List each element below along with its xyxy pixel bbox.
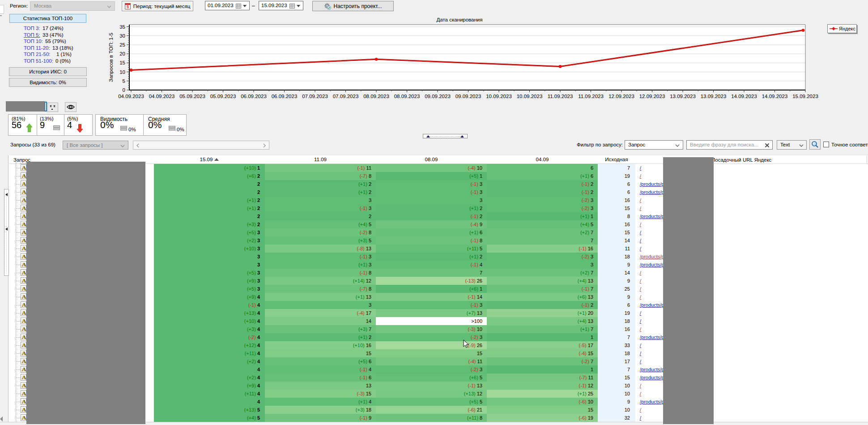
svg-text:A: A xyxy=(21,293,26,300)
svg-text:A: A xyxy=(21,414,26,421)
svg-text:A: A xyxy=(21,245,26,252)
svg-text:25: 25 xyxy=(119,42,125,47)
svg-text:11.09.2023: 11.09.2023 xyxy=(578,94,604,99)
svg-text:07.09.2023: 07.09.2023 xyxy=(302,94,328,99)
svg-text:13.09.2023: 13.09.2023 xyxy=(670,94,696,99)
svg-text:A: A xyxy=(21,261,26,268)
svg-text:A: A xyxy=(21,382,26,389)
svg-text:A: A xyxy=(21,205,26,211)
svg-text:14.09.2023: 14.09.2023 xyxy=(731,94,757,99)
svg-text:10.09.2023: 10.09.2023 xyxy=(517,94,543,99)
svg-text:A: A xyxy=(21,309,26,316)
svg-text:09.09.2023: 09.09.2023 xyxy=(455,94,481,99)
svg-text:A: A xyxy=(21,189,26,195)
svg-text:5: 5 xyxy=(123,78,125,84)
svg-text:A: A xyxy=(21,301,26,308)
svg-text:A: A xyxy=(21,398,26,405)
svg-text:09.09.2023: 09.09.2023 xyxy=(425,94,451,99)
svg-text:20: 20 xyxy=(119,51,125,56)
svg-text:A: A xyxy=(21,406,26,413)
svg-text:11.09.2023: 11.09.2023 xyxy=(548,94,573,99)
svg-text:A: A xyxy=(21,342,26,348)
svg-text:A: A xyxy=(21,390,26,397)
svg-text:A: A xyxy=(21,350,26,356)
svg-text:04.09.2023: 04.09.2023 xyxy=(118,94,144,99)
svg-text:12.09.2023: 12.09.2023 xyxy=(608,94,634,99)
svg-text:15: 15 xyxy=(119,60,125,65)
svg-text:15.09.2023: 15.09.2023 xyxy=(792,94,818,99)
svg-text:12.09.2023: 12.09.2023 xyxy=(639,94,665,99)
svg-text:A: A xyxy=(21,172,26,179)
svg-text:10.09.2023: 10.09.2023 xyxy=(486,94,512,99)
svg-text:07.09.2023: 07.09.2023 xyxy=(333,94,359,99)
svg-text:A: A xyxy=(21,334,26,340)
svg-text:A: A xyxy=(21,229,26,236)
svg-text:Запросов в ТОП: 1-5: Запросов в ТОП: 1-5 xyxy=(108,33,114,82)
svg-text:A: A xyxy=(21,366,26,373)
svg-text:10: 10 xyxy=(119,69,125,75)
svg-text:06.09.2023: 06.09.2023 xyxy=(272,94,298,99)
svg-text:A: A xyxy=(21,253,26,260)
svg-text:A: A xyxy=(21,358,26,365)
svg-text:A: A xyxy=(21,374,26,381)
svg-text:A: A xyxy=(21,285,26,292)
svg-text:A: A xyxy=(21,269,26,276)
svg-text:06.09.2023: 06.09.2023 xyxy=(241,94,267,99)
svg-text:A: A xyxy=(21,197,26,203)
svg-text:A: A xyxy=(21,180,26,187)
svg-text:35: 35 xyxy=(119,24,125,30)
svg-text:A: A xyxy=(21,318,26,324)
svg-text:13.09.2023: 13.09.2023 xyxy=(701,94,727,99)
svg-text:05.09.2023: 05.09.2023 xyxy=(179,94,205,99)
svg-text:08.09.2023: 08.09.2023 xyxy=(394,94,420,99)
svg-text:14.09.2023: 14.09.2023 xyxy=(762,94,788,99)
svg-text:08.09.2023: 08.09.2023 xyxy=(363,94,389,99)
svg-text:A: A xyxy=(21,164,26,171)
svg-text:05.09.2023: 05.09.2023 xyxy=(210,94,236,99)
svg-text:30: 30 xyxy=(119,33,125,39)
svg-text:A: A xyxy=(21,326,26,332)
svg-text:04.09.2023: 04.09.2023 xyxy=(149,94,175,99)
svg-text:Дата сканирования: Дата сканирования xyxy=(436,17,482,22)
svg-text:5: 5 xyxy=(127,4,129,9)
svg-text:A: A xyxy=(21,237,26,244)
svg-text:A: A xyxy=(21,221,26,228)
svg-text:A: A xyxy=(21,213,26,219)
svg-text:A: A xyxy=(21,277,26,284)
svg-text:0: 0 xyxy=(123,87,125,93)
